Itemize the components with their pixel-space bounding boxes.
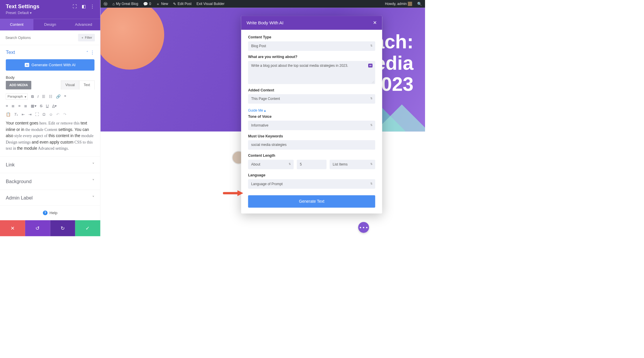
- new-link[interactable]: ＋New: [156, 1, 168, 6]
- about-textarea[interactable]: Write a blog post about the top social m…: [248, 61, 375, 84]
- format-select[interactable]: Paragraph: [6, 93, 28, 100]
- about-text: Write a blog post about the top social m…: [251, 64, 348, 67]
- chevron-down-icon: ˅: [92, 195, 94, 200]
- emoji-icon[interactable]: ☺: [49, 112, 53, 116]
- length-value-input[interactable]: [297, 160, 327, 169]
- modal-header: Write Body With AI ✕: [241, 16, 382, 30]
- tab-advanced[interactable]: Advanced: [67, 19, 100, 30]
- undo-icon[interactable]: ↶: [56, 112, 59, 117]
- link-section[interactable]: Link ˅: [0, 156, 100, 173]
- preset-dropdown[interactable]: Preset: Default ▾: [6, 11, 95, 15]
- text-section-header[interactable]: Text ˄⋮: [0, 45, 100, 57]
- ai-modal: Write Body With AI ✕ Content Type Blog P…: [241, 16, 382, 214]
- add-media-button[interactable]: ADD MEDIA: [6, 81, 31, 89]
- paste-icon[interactable]: 📋: [6, 112, 11, 117]
- search-input[interactable]: [5, 35, 78, 40]
- guide-me-toggle[interactable]: Guide Me ▴: [248, 108, 375, 113]
- search-admin-icon[interactable]: 🔍: [417, 1, 422, 6]
- indent-icon[interactable]: ⇥: [28, 112, 32, 117]
- underline-icon[interactable]: U: [46, 103, 49, 108]
- tab-content[interactable]: Content: [0, 19, 33, 30]
- quote-icon[interactable]: ❝: [64, 94, 66, 99]
- undo-footer-button[interactable]: ↺: [25, 220, 50, 236]
- focus-icon[interactable]: ⛶: [73, 4, 77, 9]
- sidebar-title: Text Settings: [6, 4, 40, 10]
- comments-link[interactable]: 💬0: [143, 1, 151, 6]
- clear-icon[interactable]: Tₓ: [14, 112, 18, 117]
- exit-builder-link[interactable]: Exit Visual Builder: [196, 2, 225, 6]
- main-area: ⓦ ⌂My Great Blog 💬0 ＋New ✎Edit Post Exit…: [100, 0, 425, 236]
- bold-icon[interactable]: B: [31, 94, 34, 99]
- tone-select[interactable]: Informative: [248, 121, 375, 130]
- wp-admin-bar: ⓦ ⌂My Great Blog 💬0 ＋New ✎Edit Post Exit…: [100, 0, 425, 8]
- length-unit-select[interactable]: List Items: [330, 160, 375, 169]
- keywords-label: Must Use Keywords: [248, 134, 375, 138]
- special-char-icon[interactable]: Ω: [42, 112, 45, 116]
- save-button[interactable]: ✓: [75, 220, 100, 236]
- generate-ai-button[interactable]: AI Generate Content With AI: [6, 59, 95, 71]
- panel-icon[interactable]: ◧: [82, 4, 86, 9]
- italic-icon[interactable]: I: [37, 94, 39, 99]
- fullscreen-icon[interactable]: ⛶: [35, 112, 39, 116]
- annotation-arrow: [223, 189, 244, 198]
- section-more-icon[interactable]: ⋮: [90, 50, 95, 55]
- context-label: Added Context: [248, 88, 375, 92]
- strike-icon[interactable]: S: [40, 103, 42, 108]
- edit-post-link[interactable]: ✎Edit Post: [173, 1, 191, 6]
- search-row: ＋ Filter: [0, 30, 100, 45]
- wp-logo-icon[interactable]: ⓦ: [104, 1, 107, 6]
- language-label: Language: [248, 173, 375, 178]
- context-select[interactable]: This Page Content: [248, 94, 375, 103]
- align-right-icon[interactable]: ≡: [18, 103, 20, 108]
- tone-label: Tone of Voice: [248, 115, 375, 119]
- editor-tab-visual[interactable]: Visual: [61, 81, 79, 90]
- settings-sidebar: Text Settings ⛶ ◧ ⋮ Preset: Default ▾ Co…: [0, 0, 100, 236]
- keywords-input[interactable]: [248, 140, 375, 150]
- ai-badge-icon[interactable]: AI: [368, 64, 373, 67]
- length-label: Content Length: [248, 154, 375, 158]
- content-type-select[interactable]: Blog Post: [248, 41, 375, 51]
- text-section-label: Text: [6, 49, 15, 55]
- builder-fab[interactable]: • • •: [358, 222, 369, 233]
- chevron-down-icon: ˅: [92, 162, 94, 167]
- site-link[interactable]: ⌂My Great Blog: [112, 2, 138, 6]
- outdent-icon[interactable]: ⇤: [22, 112, 25, 117]
- modal-title: Write Body With AI: [246, 20, 283, 25]
- avatar-icon: [408, 2, 412, 6]
- cancel-button[interactable]: ✕: [0, 220, 25, 236]
- chevron-up-icon: ˄: [86, 50, 88, 54]
- admin-label-section[interactable]: Admin Label ˅: [0, 190, 100, 205]
- align-justify-icon[interactable]: ≣: [24, 103, 27, 108]
- background-label: Background: [6, 178, 32, 184]
- filter-button[interactable]: ＋ Filter: [78, 34, 95, 42]
- align-center-icon[interactable]: ≣: [11, 103, 15, 108]
- language-select[interactable]: Language of Prompt: [248, 179, 375, 189]
- decorative-circle: [100, 8, 164, 69]
- table-icon[interactable]: ▦▾: [31, 103, 36, 108]
- link-icon[interactable]: 🔗: [56, 94, 61, 99]
- help-label: Help: [49, 211, 57, 215]
- link-label: Link: [6, 162, 15, 167]
- body-label: Body: [0, 74, 100, 81]
- redo-footer-button[interactable]: ↻: [50, 220, 75, 236]
- resize-handle-icon[interactable]: [372, 81, 374, 83]
- tab-design[interactable]: Design: [33, 19, 67, 30]
- length-qualifier-select[interactable]: About: [248, 160, 294, 169]
- redo-icon[interactable]: ↷: [63, 112, 66, 117]
- align-left-icon[interactable]: ≡: [6, 103, 8, 108]
- editor-toolbar-3: 📋 Tₓ ⇤ ⇥ ⛶ Ω ☺ ↶ ↷: [6, 110, 95, 119]
- close-icon[interactable]: ✕: [373, 20, 377, 25]
- help-row[interactable]: ? Help: [0, 205, 100, 220]
- sidebar-tabs: Content Design Advanced: [0, 19, 100, 30]
- background-section[interactable]: Background ˅: [0, 173, 100, 190]
- more-icon[interactable]: ⋮: [90, 4, 95, 9]
- howdy-link[interactable]: Howdy, admin: [385, 2, 412, 6]
- generate-ai-label: Generate Content With AI: [32, 63, 76, 67]
- bullet-list-icon[interactable]: ☰: [42, 94, 45, 99]
- generate-text-button[interactable]: Generate Text: [248, 195, 375, 208]
- editor-tab-text[interactable]: Text: [79, 81, 95, 90]
- editor-content[interactable]: Your content goes here. Edit or remove t…: [6, 120, 95, 151]
- editor-toolbar: Paragraph B I ☰ ☷ 🔗 ❝: [6, 91, 95, 101]
- color-icon[interactable]: A▾: [52, 103, 56, 108]
- number-list-icon[interactable]: ☷: [49, 94, 52, 99]
